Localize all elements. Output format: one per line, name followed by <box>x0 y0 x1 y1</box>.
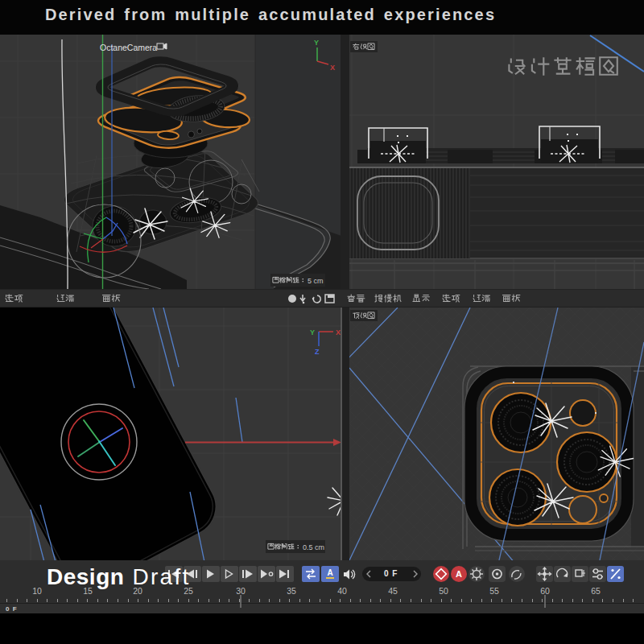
svg-text:Z: Z <box>315 348 320 356</box>
svg-text:A: A <box>456 569 462 579</box>
svg-text:OctaneCamera: OctaneCamera <box>100 43 157 52</box>
svg-text:Y: Y <box>314 39 319 47</box>
svg-text:Y: Y <box>310 328 315 336</box>
svg-text:0.5 cm: 0.5 cm <box>303 543 324 551</box>
svg-text:X: X <box>330 64 335 72</box>
svg-text:5 cm: 5 cm <box>308 277 324 285</box>
svg-text:A: A <box>327 568 332 577</box>
